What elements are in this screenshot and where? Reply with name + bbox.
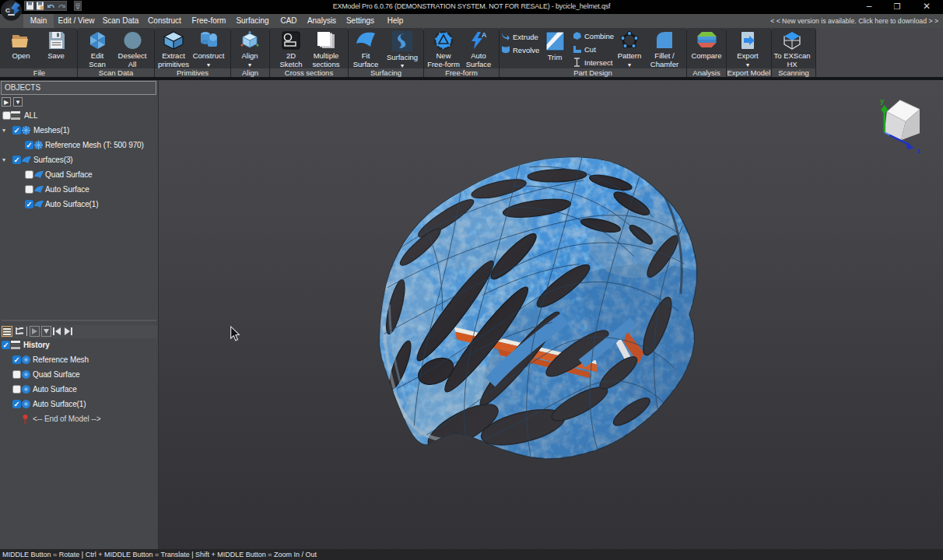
svg-text:y: y bbox=[880, 97, 884, 105]
svg-text:A: A bbox=[482, 31, 487, 39]
svg-text:z: z bbox=[917, 146, 920, 155]
